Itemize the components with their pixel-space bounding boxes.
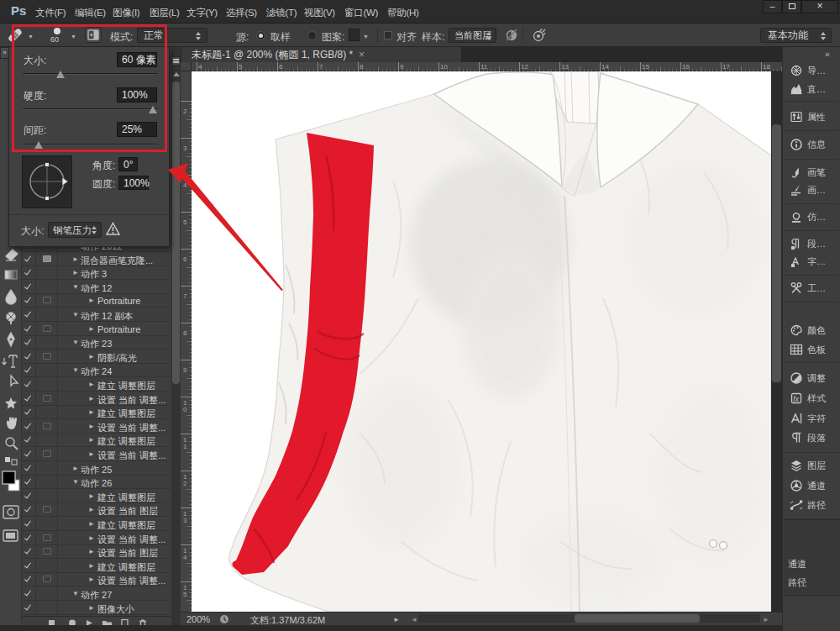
svg-text:fx: fx — [793, 395, 800, 403]
